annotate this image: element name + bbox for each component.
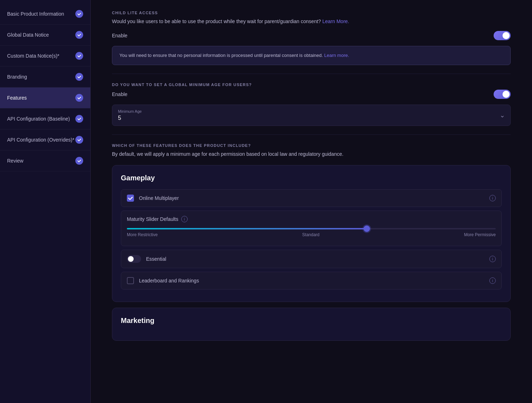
essential-label: Essential [146,256,487,262]
sidebar-item-api-config-overrides[interactable]: API Configuration (Overrides)* [0,129,90,150]
leaderboard-checkbox[interactable] [127,277,134,284]
divider-1 [112,74,511,74]
maturity-slider-section: Maturity Slider Defaults i More Restrict… [121,211,502,246]
leaderboard-row[interactable]: Leaderboard and Rankings i [121,272,502,290]
essential-toggle[interactable] [127,255,141,263]
slider-track [127,228,496,229]
essential-info-icon[interactable]: i [489,256,496,262]
chevron-down-icon: ⌄ [500,111,505,119]
slider-label-permissive: More Permissive [464,232,496,237]
sidebar: Basic Product InformationGlobal Data Not… [0,0,91,403]
slider-label-standard: Standard [302,232,319,237]
main-content: CHILD LITE ACCESS Would you like users t… [91,0,532,403]
sidebar-item-label: Basic Product Information [7,11,64,17]
child-lite-access-description: Would you like users to be able to use t… [112,18,511,25]
child-lite-learn-more-link[interactable]: Learn More. [322,18,349,24]
essential-row[interactable]: Essential i [121,250,502,268]
online-multiplayer-info-icon[interactable]: i [489,195,496,201]
sidebar-item-label: API Configuration (Baseline) [7,116,70,122]
sidebar-item-features[interactable]: Features [0,88,90,108]
maturity-slider-container: More Restrictive Standard More Permissiv… [127,228,496,237]
sidebar-item-label: Branding [7,74,27,80]
features-section-label: WHICH OF THESE FEATURES DOES THE PRODUCT… [112,143,511,148]
minimum-age-dropdown[interactable]: Minimum Age 5 [112,105,511,126]
info-box-learn-more-link[interactable]: Learn more. [324,53,349,58]
check-icon [75,136,83,144]
maturity-slider-label: Maturity Slider Defaults [127,216,178,222]
minimum-age-select-wrapper: Minimum Age 5 ⌄ [112,105,511,126]
marketing-title: Marketing [121,317,502,325]
sidebar-item-review[interactable]: Review [0,150,90,171]
minimum-age-toggle[interactable] [494,90,511,99]
sidebar-item-label: Custom Data Notice(s)* [7,53,59,59]
maturity-slider-info-icon[interactable]: i [181,216,188,222]
dropdown-value: 5 [118,115,505,121]
slider-thumb[interactable] [364,226,370,232]
child-lite-toggle[interactable] [494,31,511,40]
marketing-card: Marketing [112,308,511,341]
slider-fill [127,228,367,229]
child-lite-access-label: CHILD LITE ACCESS [112,11,511,15]
sidebar-item-api-config-baseline[interactable]: API Configuration (Baseline) [0,108,90,129]
features-description: By default, we will apply a minimum age … [112,150,511,158]
sidebar-item-label: API Configuration (Overrides)* [7,137,74,143]
check-icon [75,115,83,123]
online-multiplayer-label: Online Multiplayer [139,195,487,201]
minimum-age-enable-row: Enable [112,90,511,99]
check-icon [75,10,83,18]
online-multiplayer-checkbox[interactable] [127,195,134,202]
sidebar-item-global-data-notice[interactable]: Global Data Notice [0,25,90,46]
sidebar-item-label: Features [7,95,27,101]
child-lite-info-box: You will need to ensure that no personal… [112,46,511,65]
dropdown-label: Minimum Age [118,109,505,113]
check-icon [75,52,83,60]
slider-label-restrictive: More Restrictive [127,232,158,237]
slider-labels: More Restrictive Standard More Permissiv… [127,232,496,237]
gameplay-card: Gameplay Online Multiplayer i Maturity S… [112,165,511,302]
sidebar-item-custom-data-notices[interactable]: Custom Data Notice(s)* [0,46,90,67]
check-icon [75,31,83,39]
sidebar-item-label: Review [7,158,23,164]
minimum-age-label: DO YOU WANT TO SET A GLOBAL MINIMUM AGE … [112,83,511,87]
check-icon [75,73,83,81]
leaderboard-info-icon[interactable]: i [489,277,496,284]
child-lite-enable-label: Enable [112,33,128,38]
sidebar-item-label: Global Data Notice [7,32,49,38]
online-multiplayer-row[interactable]: Online Multiplayer i [121,189,502,207]
maturity-header: Maturity Slider Defaults i [127,216,496,222]
child-lite-enable-row: Enable [112,31,511,40]
check-icon [75,94,83,102]
check-icon [75,157,83,165]
gameplay-title: Gameplay [121,174,502,182]
leaderboard-label: Leaderboard and Rankings [139,278,487,283]
sidebar-item-basic-product-info[interactable]: Basic Product Information [0,4,90,25]
minimum-age-enable-label: Enable [112,91,128,97]
sidebar-item-branding[interactable]: Branding [0,67,90,88]
divider-2 [112,134,511,135]
